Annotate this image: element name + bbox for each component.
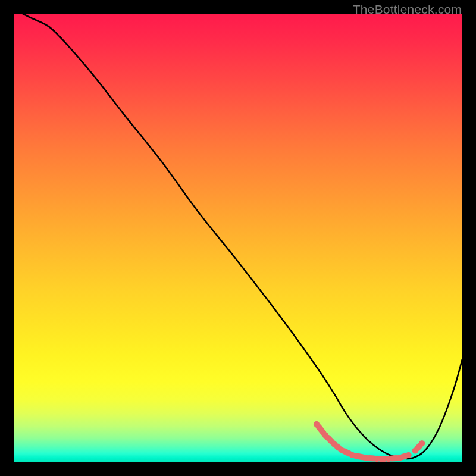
marker-segment bbox=[418, 446, 420, 448]
chart-svg bbox=[14, 14, 462, 462]
marker-dot bbox=[419, 440, 425, 446]
marker-segment bbox=[337, 446, 339, 447]
marker-segment bbox=[318, 427, 323, 433]
main-curve bbox=[23, 14, 462, 459]
marker-segment bbox=[328, 438, 332, 442]
marker-segment bbox=[392, 458, 396, 459]
marker-segment bbox=[369, 458, 374, 459]
marker-segment bbox=[403, 456, 406, 457]
watermark-text: TheBottleneck.com bbox=[353, 2, 462, 17]
marker-segment bbox=[344, 451, 349, 453]
marker-dot bbox=[405, 452, 411, 458]
plot-area bbox=[14, 14, 462, 462]
marker-segment bbox=[356, 456, 363, 457]
chart-container: TheBottleneck.com bbox=[0, 0, 476, 476]
